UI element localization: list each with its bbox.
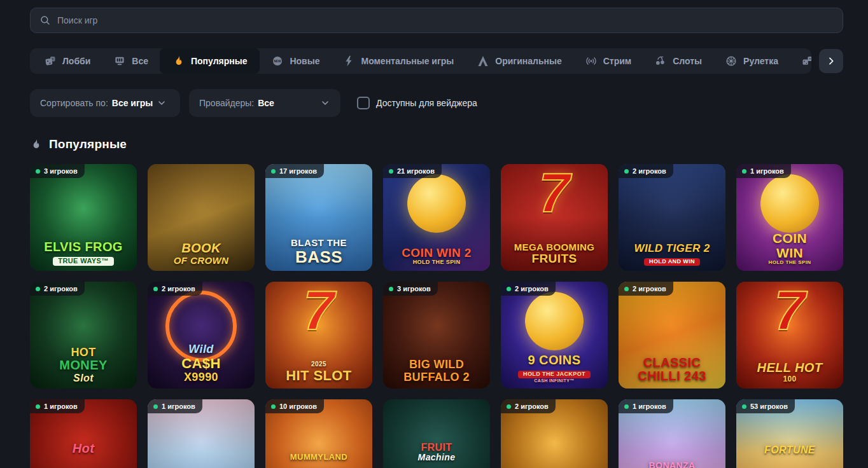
- tab-craps[interactable]: Крэпс: [790, 48, 811, 74]
- player-count-badge: 2 игроков: [501, 282, 556, 296]
- tab-all[interactable]: Все: [102, 48, 160, 74]
- new-icon: NEW: [271, 55, 284, 67]
- game-tile[interactable]: BONANZA1 игроков: [619, 399, 725, 468]
- game-tile[interactable]: BLAST THEBASS17 игроков: [265, 164, 372, 271]
- online-dot-icon: [507, 404, 511, 409]
- sort-dropdown[interactable]: Сортировать по: Все игры: [30, 89, 180, 117]
- game-title-line: CLASSIC: [621, 356, 723, 370]
- checkbox-icon[interactable]: [357, 97, 370, 109]
- tab-popular[interactable]: Популярные: [160, 48, 260, 74]
- games-lobby-page: ЛоббиВсеПопулярныеNEWНовыеМоментальные и…: [0, 0, 868, 468]
- game-title: BOOKOF CROWN: [150, 242, 252, 266]
- chevron-right-icon: [826, 56, 836, 66]
- player-count-text: 1 игроков: [162, 403, 195, 410]
- game-title: 9 COINSHOLD THE JACKPOTCASH INFINITY™: [503, 354, 605, 383]
- game-title: BLAST THEBASS: [268, 238, 370, 266]
- providers-dropdown[interactable]: Провайдеры: Все: [189, 89, 340, 117]
- search-input[interactable]: [57, 15, 834, 25]
- game-title-line: HELL HOT: [739, 361, 841, 375]
- game-art: COINWINHOLD THE SPIN: [736, 164, 843, 271]
- game-title-line: Machine: [386, 453, 487, 462]
- section-title: Популярные: [49, 137, 127, 151]
- category-tabs-row: ЛоббиВсеПопулярныеNEWНовыеМоментальные и…: [30, 48, 843, 74]
- online-dot-icon: [624, 287, 629, 291]
- game-tile[interactable]: 72025HIT SLOT: [265, 282, 372, 389]
- coin-motif: [407, 174, 466, 233]
- game-tile[interactable]: ELVIS FROGTRUE WAYS™3 игроков: [30, 164, 137, 271]
- game-title-line: COIN: [739, 231, 841, 246]
- tab-roulette[interactable]: Рулетка: [713, 48, 790, 74]
- player-count-badge: 21 игроков: [383, 164, 442, 178]
- search-bar[interactable]: [30, 8, 843, 33]
- game-title-line: Hot: [32, 442, 134, 456]
- game-title: COIN WIN 2HOLD THE SPIN: [386, 247, 487, 266]
- game-tile[interactable]: HOTMONEYSlot2 игроков: [30, 282, 137, 389]
- game-tile[interactable]: 7MEGA BOOMINGFRUITS: [501, 164, 608, 271]
- game-title-line: CASH INFINITY™: [503, 378, 605, 383]
- tab-stream[interactable]: Стрим: [573, 48, 643, 74]
- game-tile[interactable]: 7HELL HOT100: [736, 282, 843, 389]
- player-count-text: 3 игроков: [44, 167, 78, 175]
- game-title: Hot: [32, 442, 134, 456]
- tab-slots[interactable]: Слоты: [643, 48, 713, 74]
- tab-instant[interactable]: Моментальные игры: [331, 48, 465, 74]
- game-title: 2025HIT SLOT: [268, 361, 370, 383]
- game-tile[interactable]: BIG WILDBUFFALO 23 игроков: [383, 282, 490, 389]
- game-title-line: HIT SLOT: [268, 368, 370, 383]
- game-title-line: COIN WIN 2: [386, 247, 487, 260]
- game-title-line: HOLD THE SPIN: [739, 260, 841, 266]
- game-art: CLASSICCHILLI 243: [619, 282, 725, 389]
- tab-label: Стрим: [603, 56, 631, 66]
- game-tile[interactable]: 9 COINSHOLD THE JACKPOTCASH INFINITY™2 и…: [501, 282, 608, 389]
- game-tile[interactable]: FORTUNE53 игроков: [736, 399, 843, 468]
- player-count-badge: 2 игроков: [30, 282, 85, 296]
- game-tile[interactable]: Hot1 игроков: [30, 399, 137, 468]
- flame-icon: [172, 55, 185, 67]
- providers-label: Провайдеры:: [199, 98, 254, 108]
- category-tabs: ЛоббиВсеПопулярныеNEWНовыеМоментальные и…: [30, 48, 811, 74]
- player-count-badge: 53 игроков: [736, 399, 795, 413]
- game-title-line: BONANZA: [621, 461, 723, 468]
- tabs-scroll-right-button[interactable]: [819, 49, 843, 73]
- player-count-badge: 3 игроков: [383, 282, 438, 296]
- game-art: 9 COINSHOLD THE JACKPOTCASH INFINITY™: [501, 282, 608, 389]
- game-tile[interactable]: WILD TIGER 2HOLD AND WIN2 игроков: [619, 164, 725, 271]
- tab-label: Рулетка: [743, 56, 778, 66]
- game-title-line: BASS: [268, 248, 370, 266]
- slots-icon: [654, 55, 667, 67]
- game-title-line: X9990: [150, 371, 252, 383]
- game-tile[interactable]: COIN WIN 2HOLD THE SPIN21 игроков: [383, 164, 490, 271]
- online-dot-icon: [389, 287, 393, 291]
- player-count-badge: 3 игроков: [30, 164, 85, 178]
- lightning-icon: [342, 55, 355, 67]
- game-tile[interactable]: BOOKOF CROWN: [148, 164, 255, 271]
- player-count-text: 53 игроков: [750, 403, 788, 410]
- tab-originals[interactable]: Оригинальные: [465, 48, 573, 74]
- games-grid: ELVIS FROGTRUE WAYS™3 игроковBOOKOF CROW…: [30, 164, 843, 468]
- game-title-line: OF CROWN: [150, 256, 252, 266]
- tab-lobby[interactable]: Лобби: [32, 48, 102, 74]
- sort-value: Все игры: [112, 98, 153, 108]
- game-tile[interactable]: WildCA$HX99902 игроков: [148, 282, 255, 389]
- game-tile[interactable]: MUMMYLAND10 игроков: [265, 399, 372, 468]
- player-count-badge: 1 игроков: [736, 164, 791, 178]
- player-count-badge: 2 игроков: [619, 164, 673, 178]
- chevron-down-icon: [320, 98, 330, 108]
- game-title-line: ELVIS FROG: [32, 240, 134, 254]
- game-tile[interactable]: CLASSICCHILLI 2432 игроков: [619, 282, 725, 389]
- game-art: ELVIS FROGTRUE WAYS™: [30, 164, 137, 271]
- game-tile[interactable]: 2 игроков: [501, 399, 608, 468]
- tab-new[interactable]: NEWНовые: [260, 48, 331, 74]
- game-title-line: 100: [739, 375, 841, 383]
- tab-label: Все: [132, 56, 148, 66]
- game-tile[interactable]: 1 игроков: [148, 399, 255, 468]
- game-title: HELL HOT100: [739, 361, 841, 383]
- search-icon: [39, 15, 51, 26]
- game-title-line: HOLD THE JACKPOT: [518, 371, 591, 378]
- wager-available-checkbox[interactable]: Доступны для вейджера: [357, 97, 477, 109]
- filters-row: Сортировать по: Все игры Провайдеры: Все…: [30, 89, 843, 117]
- game-title: HOTMONEYSlot: [32, 347, 134, 383]
- online-dot-icon: [271, 404, 276, 409]
- game-tile[interactable]: COINWINHOLD THE SPIN1 игроков: [736, 164, 843, 271]
- game-tile[interactable]: FRUITMachine: [383, 399, 490, 468]
